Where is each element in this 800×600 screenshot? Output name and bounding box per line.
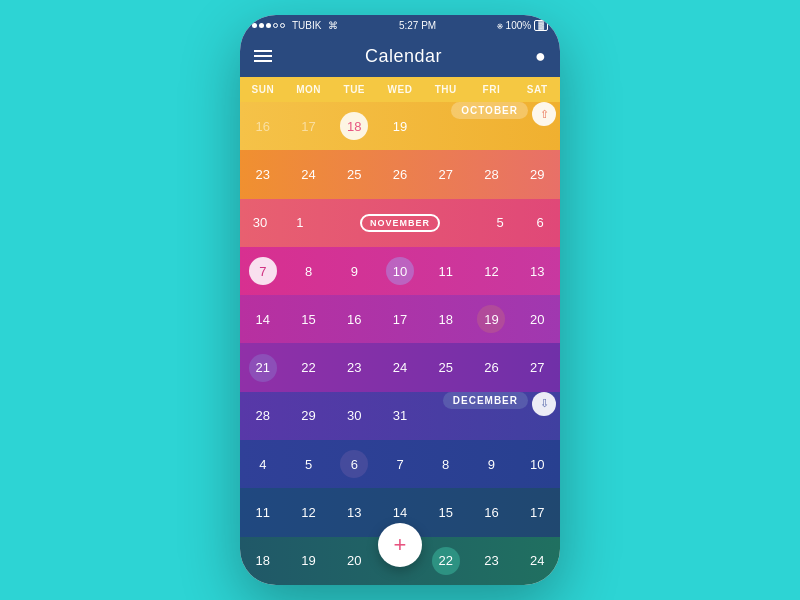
day-cell[interactable]: 17 — [377, 295, 423, 343]
day-cell[interactable]: 7 — [377, 440, 423, 488]
december-label: DECEMBER — [443, 392, 528, 409]
battery-label: 100% — [506, 20, 532, 31]
day-cell[interactable]: 18 — [423, 295, 469, 343]
dot-1 — [252, 23, 257, 28]
day-cell[interactable]: 23 — [469, 537, 515, 585]
add-event-button[interactable]: + — [378, 523, 422, 567]
day-cell[interactable]: 18 — [240, 537, 286, 585]
header-sat: SAT — [514, 77, 560, 102]
header-wed: WED — [377, 77, 423, 102]
header-mon: MON — [286, 77, 332, 102]
dot-2 — [259, 23, 264, 28]
day-cell-10[interactable]: 10 — [377, 247, 423, 295]
day-cell-19[interactable]: 19 — [469, 295, 515, 343]
day-headers: SUN MON TUE WED THU FRI SAT — [240, 77, 560, 102]
status-right: ⎈ 100% ▓ — [497, 20, 548, 31]
november-label: NOVEMBER — [360, 214, 440, 232]
day-cell[interactable]: 25 — [423, 343, 469, 391]
october-chevron-up[interactable]: ⇧ — [532, 102, 556, 126]
day-cell[interactable]: 5 — [480, 199, 520, 247]
day-cell-18-selected[interactable]: 18 — [331, 102, 377, 150]
day-cell[interactable] — [440, 199, 480, 247]
day-cell-21[interactable]: 21 — [240, 343, 286, 391]
day-cell[interactable]: 29 — [514, 150, 560, 198]
status-bar: TUBIK ⌘ 5:27 PM ⎈ 100% ▓ — [240, 15, 560, 35]
day-cell[interactable]: 20 — [331, 537, 377, 585]
day-cell[interactable]: 8 — [423, 440, 469, 488]
day-cell-22[interactable]: 22 — [423, 537, 469, 585]
day-cell[interactable]: 8 — [286, 247, 332, 295]
day-cell[interactable]: 24 — [514, 537, 560, 585]
day-cell[interactable]: 1 — [280, 199, 320, 247]
day-cell[interactable]: 13 — [514, 247, 560, 295]
hamburger-line-2 — [254, 55, 272, 57]
day-cell[interactable]: 28 — [240, 392, 286, 440]
day-cell[interactable]: 15 — [286, 295, 332, 343]
day-cell[interactable]: 26 — [377, 150, 423, 198]
hamburger-line-1 — [254, 50, 272, 52]
day-cell[interactable]: NOVEMBER — [360, 199, 440, 247]
day-cell[interactable]: 6 — [520, 199, 560, 247]
day-cell[interactable]: 31 — [377, 392, 423, 440]
header-sun: SUN — [240, 77, 286, 102]
day-cell[interactable]: 13 — [331, 488, 377, 536]
week-row-oct-2: 23 24 25 26 27 28 29 — [240, 150, 560, 198]
day-cell[interactable]: 9 — [331, 247, 377, 295]
day-cell-7[interactable]: 7 — [240, 247, 286, 295]
day-cell[interactable]: 12 — [286, 488, 332, 536]
day-cell[interactable]: 27 — [423, 150, 469, 198]
day-cell[interactable]: 19 — [286, 537, 332, 585]
phone-frame: TUBIK ⌘ 5:27 PM ⎈ 100% ▓ Calendar ● SUN … — [240, 15, 560, 585]
day-cell[interactable]: 17 — [514, 488, 560, 536]
day-cell[interactable]: 12 — [469, 247, 515, 295]
day-cell[interactable]: 16 — [331, 295, 377, 343]
battery-icon: ▓ — [534, 20, 548, 31]
calendar-container: SUN MON TUE WED THU FRI SAT 16 17 18 19 … — [240, 77, 560, 585]
december-chevron-down[interactable]: ⇩ — [532, 392, 556, 416]
day-cell[interactable]: 27 — [514, 343, 560, 391]
dot-3 — [266, 23, 271, 28]
search-icon[interactable]: ● — [535, 46, 546, 67]
day-cell[interactable]: 25 — [331, 150, 377, 198]
header-thu: THU — [423, 77, 469, 102]
calendar-grid: 16 17 18 19 OCTOBER ⇧ 23 24 25 26 27 28 … — [240, 102, 560, 585]
day-cell[interactable]: 30 — [331, 392, 377, 440]
wifi-icon: ⌘ — [328, 20, 338, 31]
day-cell[interactable]: 24 — [377, 343, 423, 391]
day-cell[interactable]: 29 — [286, 392, 332, 440]
day-cell-6[interactable]: 6 — [331, 440, 377, 488]
header-tue: TUE — [331, 77, 377, 102]
day-cell[interactable] — [320, 199, 360, 247]
week-row-oct-1: 16 17 18 19 OCTOBER ⇧ — [240, 102, 560, 150]
nav-bar: Calendar ● — [240, 35, 560, 77]
day-cell[interactable]: 22 — [286, 343, 332, 391]
day-cell[interactable]: 19 — [377, 102, 423, 150]
day-cell[interactable]: 16 — [469, 488, 515, 536]
day-cell[interactable]: 24 — [286, 150, 332, 198]
header-fri: FRI — [469, 77, 515, 102]
bluetooth-icon: ⎈ — [497, 20, 503, 31]
day-cell[interactable]: 10 — [514, 440, 560, 488]
carrier-label: TUBIK — [292, 20, 321, 31]
day-cell[interactable]: 14 — [240, 295, 286, 343]
day-cell[interactable]: 9 — [469, 440, 515, 488]
week-row-dec-1: 28 29 30 31 DECEMBER ⇩ — [240, 392, 560, 440]
dot-4 — [273, 23, 278, 28]
week-row-nov-4: 21 22 23 24 25 26 27 — [240, 343, 560, 391]
day-cell[interactable]: 26 — [469, 343, 515, 391]
day-cell[interactable]: 30 — [240, 199, 280, 247]
week-row-nov-2: 7 8 9 10 11 12 13 — [240, 247, 560, 295]
day-cell[interactable]: 23 — [331, 343, 377, 391]
day-cell[interactable]: 23 — [240, 150, 286, 198]
menu-button[interactable] — [254, 50, 272, 62]
day-cell[interactable]: 11 — [240, 488, 286, 536]
day-cell[interactable]: 16 — [240, 102, 286, 150]
day-cell[interactable]: 4 — [240, 440, 286, 488]
day-cell[interactable]: 20 — [514, 295, 560, 343]
day-cell[interactable]: 28 — [469, 150, 515, 198]
day-cell[interactable]: 17 — [286, 102, 332, 150]
day-cell[interactable]: 11 — [423, 247, 469, 295]
day-cell[interactable]: 5 — [286, 440, 332, 488]
day-cell[interactable]: 15 — [423, 488, 469, 536]
time-display: 5:27 PM — [399, 20, 436, 31]
